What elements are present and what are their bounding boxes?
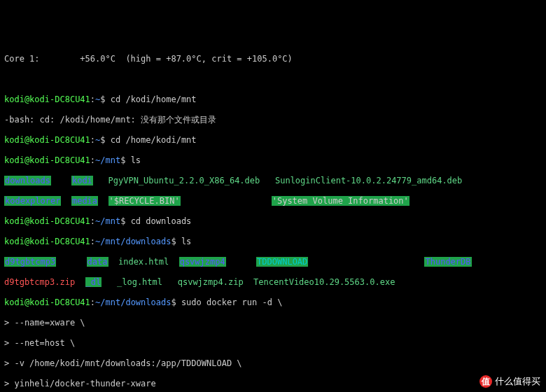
docker-arg: > yinheli/docker-thunder-xware bbox=[4, 379, 542, 389]
prompt-line: kodi@kodi-DC8CU41:~$ cd /home/kodi/mnt bbox=[4, 135, 542, 146]
dir-entry: _dl bbox=[85, 277, 102, 287]
prompt-line: kodi@kodi-DC8CU41:~/mnt$ ls bbox=[4, 155, 542, 166]
ls-output: d9tgbtcmp3 data index.html qsvwjzmp4 TDD… bbox=[4, 257, 542, 267]
watermark: 值 什么值得买 bbox=[479, 375, 540, 388]
watermark-badge-icon: 值 bbox=[479, 375, 492, 388]
dir-entry: downloads bbox=[4, 176, 51, 186]
sensor-line: Core 1: +56.0°C (high = +87.0°C, crit = … bbox=[4, 54, 542, 64]
error-line: -bash: cd: /kodi/home/mnt: 没有那个文件或目录 bbox=[4, 115, 542, 125]
dir-entry: TDDOWNLOAD bbox=[256, 257, 308, 267]
file-entry: d9tgbtcmp3.zip bbox=[4, 277, 75, 287]
dir-entry: 'System Volume Information' bbox=[272, 196, 410, 206]
file-entry: TencentVideo10.29.5563.0.exe bbox=[253, 277, 395, 287]
ls-output: d9tgbtcmp3.zip _dl _log.html qsvwjzmp4.z… bbox=[4, 277, 542, 288]
dir-entry: '$RECYCLE.BIN' bbox=[108, 196, 181, 206]
watermark-text: 什么值得买 bbox=[495, 377, 540, 387]
docker-arg: > --name=xware \ bbox=[4, 318, 542, 328]
prompt-user: kodi@kodi-DC8CU41 bbox=[4, 94, 90, 104]
prompt-line: kodi@kodi-DC8CU41:~/mnt/downloads$ ls bbox=[4, 237, 542, 247]
dir-entry: kodexplorer bbox=[4, 196, 61, 206]
file-entry: _log.html bbox=[117, 277, 162, 287]
file-entry: PgyVPN_Ubuntu_2.2.0_X86_64.deb bbox=[108, 176, 260, 186]
dir-entry: ThunderDB bbox=[424, 257, 471, 267]
dir-entry: qsvwjzmp4 bbox=[179, 257, 226, 267]
docker-arg: > -v /home/kodi/mnt/downloads:/app/TDDOW… bbox=[4, 358, 542, 369]
file-entry: index.html bbox=[118, 257, 169, 267]
blank-line bbox=[4, 74, 542, 85]
file-entry: qsvwjzmp4.zip bbox=[178, 277, 244, 287]
prompt-line: kodi@kodi-DC8CU41:~$ cd /kodi/home/mnt bbox=[4, 94, 542, 105]
docker-arg: > --net=host \ bbox=[4, 338, 542, 349]
command: cd /kodi/home/mnt bbox=[111, 94, 197, 104]
dir-entry: kodi bbox=[71, 176, 93, 186]
ls-output: kodexplorer media '$RECYCLE.BIN' 'System… bbox=[4, 196, 542, 206]
prompt-line: kodi@kodi-DC8CU41:~/mnt$ cd downloads bbox=[4, 216, 542, 227]
dir-entry: media bbox=[71, 196, 98, 206]
dir-entry: data bbox=[87, 257, 108, 267]
file-entry: SunloginClient-10.0.2.24779_amd64.deb bbox=[275, 176, 462, 186]
dir-entry: d9tgbtcmp3 bbox=[4, 257, 56, 267]
terminal-output[interactable]: Core 1: +56.0°C (high = +87.0°C, crit = … bbox=[4, 43, 542, 392]
prompt-line: kodi@kodi-DC8CU41:~/mnt/downloads$ sudo … bbox=[4, 298, 542, 308]
ls-output: downloads kodi PgyVPN_Ubuntu_2.2.0_X86_6… bbox=[4, 176, 542, 186]
